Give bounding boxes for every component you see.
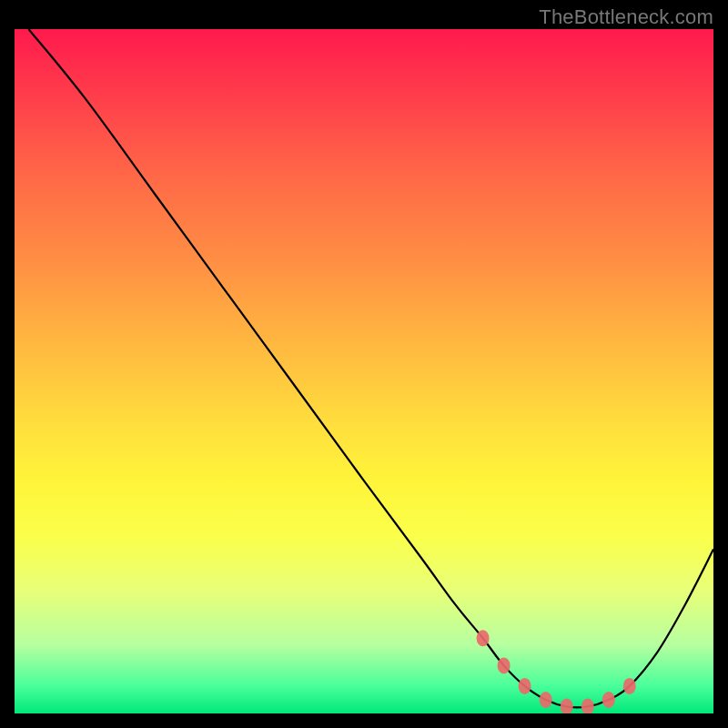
highlight-dot bbox=[540, 692, 552, 708]
highlight-dot bbox=[581, 699, 594, 714]
watermark-text: TheBottleneck.com bbox=[539, 5, 713, 29]
chart-frame: TheBottleneck.com bbox=[0, 0, 728, 728]
highlight-dot bbox=[623, 678, 636, 694]
highlight-dot bbox=[602, 692, 615, 708]
highlight-dot bbox=[498, 657, 511, 673]
highlight-dot bbox=[477, 630, 490, 646]
bottleneck-curve-path bbox=[28, 29, 713, 707]
curve-svg bbox=[15, 29, 713, 713]
highlight-dot bbox=[519, 678, 531, 694]
highlight-dots-group bbox=[477, 630, 636, 713]
plot-area bbox=[15, 29, 713, 713]
highlight-dot bbox=[561, 699, 573, 714]
